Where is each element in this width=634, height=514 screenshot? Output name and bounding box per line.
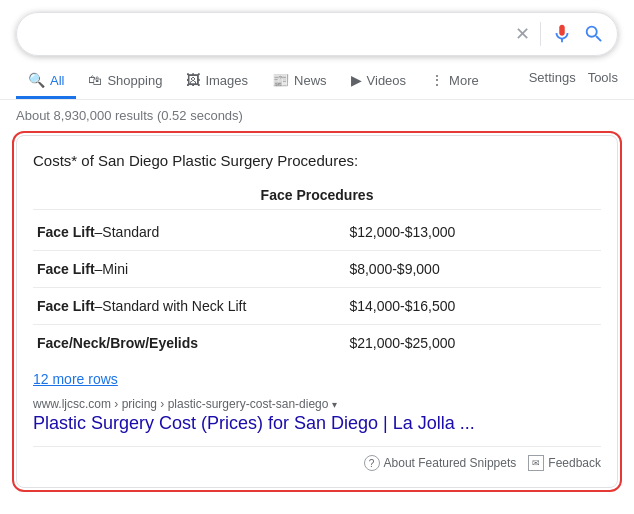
procedure-bold: Face Lift: [37, 298, 95, 314]
images-icon: 🖼: [186, 72, 200, 88]
tab-more-label: More: [449, 73, 479, 88]
tab-images-label: Images: [205, 73, 248, 88]
snippet-table: Face Lift–Standard $12,000-$13,000 Face …: [33, 214, 601, 361]
price-cell: $21,000-$25,000: [345, 325, 601, 362]
nav-settings: Settings Tools: [529, 70, 618, 93]
table-row: Face Lift–Mini $8,000-$9,000: [33, 251, 601, 288]
results-count: About 8,930,000 results (0.52 seconds): [0, 100, 634, 131]
procedure-rest: –Mini: [95, 261, 128, 277]
procedure-cell: Face Lift–Standard: [33, 214, 345, 251]
table-row: Face/Neck/Brow/Eyelids $21,000-$25,000: [33, 325, 601, 362]
tab-all[interactable]: 🔍 All: [16, 64, 76, 99]
table-row: Face Lift–Standard with Neck Lift $14,00…: [33, 288, 601, 325]
feedback-button[interactable]: ✉ Feedback: [528, 455, 601, 471]
divider: [540, 22, 541, 46]
more-icon: ⋮: [430, 72, 444, 88]
search-icons: ✕: [515, 22, 605, 46]
snippet-source: www.ljcsc.com › pricing › plastic-surger…: [33, 397, 601, 411]
procedure-rest: –Standard: [95, 224, 160, 240]
tab-more[interactable]: ⋮ More: [418, 64, 491, 99]
procedure-bold: Face/Neck/Brow/Eyelids: [37, 335, 198, 351]
snippet-link[interactable]: Plastic Surgery Cost (Prices) for San Di…: [33, 413, 601, 434]
procedure-cell: Face Lift–Mini: [33, 251, 345, 288]
procedure-rest: –Standard with Neck Lift: [95, 298, 247, 314]
tab-images[interactable]: 🖼 Images: [174, 64, 260, 99]
table-row: Face Lift–Standard $12,000-$13,000: [33, 214, 601, 251]
featured-snippet: Costs* of San Diego Plastic Surgery Proc…: [16, 135, 618, 488]
breadcrumb-arrow: ▾: [332, 399, 337, 410]
feedback-label: Feedback: [548, 456, 601, 470]
results-count-text: About 8,930,000 results (0.52 seconds): [16, 108, 243, 123]
search-input[interactable]: how much is a facelift in san diego: [29, 25, 515, 43]
search-icon[interactable]: [583, 23, 605, 45]
info-icon: ?: [364, 455, 380, 471]
source-breadcrumb: www.ljcsc.com › pricing › plastic-surger…: [33, 397, 328, 411]
tab-news-label: News: [294, 73, 327, 88]
all-icon: 🔍: [28, 72, 45, 88]
tab-videos-label: Videos: [367, 73, 407, 88]
tab-all-label: All: [50, 73, 64, 88]
procedure-bold: Face Lift: [37, 224, 95, 240]
procedure-cell: Face Lift–Standard with Neck Lift: [33, 288, 345, 325]
snippet-subtitle: Face Procedures: [33, 181, 601, 210]
price-cell: $8,000-$9,000: [345, 251, 601, 288]
about-snippets[interactable]: ? About Featured Snippets: [364, 455, 517, 471]
snippet-title: Costs* of San Diego Plastic Surgery Proc…: [33, 152, 601, 169]
news-icon: 📰: [272, 72, 289, 88]
feedback-icon: ✉: [528, 455, 544, 471]
search-bar-container: how much is a facelift in san diego ✕: [0, 0, 634, 56]
price-cell: $14,000-$16,500: [345, 288, 601, 325]
snippet-footer: ? About Featured Snippets ✉ Feedback: [33, 446, 601, 471]
clear-icon[interactable]: ✕: [515, 23, 530, 45]
more-rows-link[interactable]: 12 more rows: [33, 371, 118, 387]
about-snippets-label: About Featured Snippets: [384, 456, 517, 470]
tab-news[interactable]: 📰 News: [260, 64, 339, 99]
procedure-bold: Face Lift: [37, 261, 95, 277]
tab-videos[interactable]: ▶ Videos: [339, 64, 419, 99]
tools-link[interactable]: Tools: [588, 70, 618, 85]
tab-shopping-label: Shopping: [107, 73, 162, 88]
videos-icon: ▶: [351, 72, 362, 88]
search-bar: how much is a facelift in san diego ✕: [16, 12, 618, 56]
mic-icon[interactable]: [551, 23, 573, 45]
shopping-icon: 🛍: [88, 72, 102, 88]
price-cell: $12,000-$13,000: [345, 214, 601, 251]
nav-tabs: 🔍 All 🛍 Shopping 🖼 Images 📰 News ▶ Video…: [0, 56, 634, 100]
procedure-cell: Face/Neck/Brow/Eyelids: [33, 325, 345, 362]
settings-link[interactable]: Settings: [529, 70, 576, 85]
tab-shopping[interactable]: 🛍 Shopping: [76, 64, 174, 99]
